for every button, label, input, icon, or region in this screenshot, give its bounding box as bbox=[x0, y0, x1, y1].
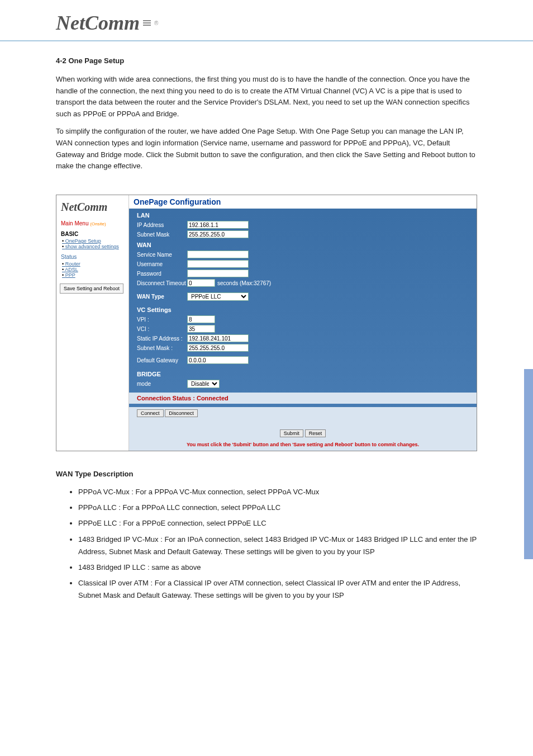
static-ip-input[interactable] bbox=[187, 334, 249, 342]
site-label: (Onsite) bbox=[90, 221, 106, 226]
subnet-mask-input[interactable] bbox=[187, 230, 249, 238]
side-tab bbox=[524, 369, 533, 559]
default-gateway-input[interactable] bbox=[187, 356, 249, 364]
save-reboot-button[interactable]: Save Setting and Reboot bbox=[60, 284, 123, 294]
connect-button[interactable]: Connect bbox=[137, 409, 164, 417]
password-label: Password bbox=[137, 271, 187, 277]
timeout-suffix: seconds (Max:32767) bbox=[217, 280, 271, 286]
wan-type-select[interactable]: PPPoE LLC bbox=[187, 292, 249, 301]
service-name-input[interactable] bbox=[187, 251, 249, 258]
ip-address-input[interactable] bbox=[187, 221, 249, 229]
lan-heading: LAN bbox=[137, 212, 469, 219]
router-link[interactable]: Router bbox=[62, 261, 129, 267]
sidebar-logo: NetComm bbox=[56, 199, 129, 219]
bridge-heading: BRIDGE bbox=[137, 371, 469, 377]
connection-status: Connection Status : Connected bbox=[129, 393, 477, 404]
disconnect-timeout-label: Disconnect Timeout bbox=[137, 280, 187, 286]
vpi-input[interactable] bbox=[187, 315, 215, 323]
basic-heading: BASIC bbox=[56, 230, 129, 238]
bridge-mode-label: mode bbox=[137, 381, 187, 387]
wan-heading: WAN bbox=[137, 242, 469, 248]
registered-icon: ® bbox=[154, 20, 158, 26]
wan-type-label: WAN Type bbox=[137, 294, 187, 300]
username-input[interactable] bbox=[187, 260, 249, 268]
wan-type-list: PPPoA VC-Mux : For a PPPoA VC-Mux connec… bbox=[78, 486, 477, 602]
intro-p2: To simplify the configuration of the rou… bbox=[56, 126, 477, 172]
disconnect-button[interactable]: Disconnect bbox=[165, 409, 198, 417]
ppp-link[interactable]: PPP bbox=[62, 272, 129, 278]
intro-section: 4-2 One Page Setup When working with wid… bbox=[0, 50, 533, 195]
service-name-label: Service Name bbox=[137, 252, 187, 258]
show-advanced-link[interactable]: show advanced settings bbox=[62, 244, 129, 249]
password-input[interactable] bbox=[187, 270, 249, 277]
list-item: Classical IP over ATM : For a Classical … bbox=[78, 577, 477, 602]
post-heading: WAN Type Description bbox=[56, 468, 477, 480]
config-title: OnePage Configuration bbox=[129, 195, 477, 209]
submit-button[interactable]: Submit bbox=[280, 429, 303, 437]
config-screenshot: ^ v NetComm Main Menu (Onsite) BASIC One… bbox=[56, 195, 477, 451]
vpi-label: VPI : bbox=[137, 316, 187, 323]
vc-heading: VC Settings bbox=[137, 306, 469, 313]
list-item: 1483 Bridged IP LLC : same as above bbox=[78, 561, 477, 574]
logo-dash-icon bbox=[143, 20, 151, 26]
vc-subnet-mask-label: Subnet Mask : bbox=[137, 345, 187, 351]
page-header: NetComm ® bbox=[0, 0, 533, 41]
subnet-mask-label: Subnet Mask bbox=[137, 231, 187, 238]
username-label: Username bbox=[137, 261, 187, 267]
list-item: PPPoE LLC : For a PPPoE connection, sele… bbox=[78, 517, 477, 530]
adsl-link[interactable]: ADSL bbox=[62, 267, 129, 272]
intro-heading: 4-2 One Page Setup bbox=[56, 55, 477, 67]
list-item: 1483 Bridged IP VC-Mux : For an IPoA con… bbox=[78, 533, 477, 558]
post-section: WAN Type Description PPPoA VC-Mux : For … bbox=[0, 468, 533, 622]
onepage-setup-link[interactable]: OnePage Setup bbox=[62, 238, 129, 244]
list-item: PPPoA VC-Mux : For a PPPoA VC-Mux connec… bbox=[78, 486, 477, 498]
disconnect-timeout-input[interactable] bbox=[187, 279, 215, 287]
config-panel: OnePage Configuration LAN IP Address Sub… bbox=[129, 195, 477, 451]
default-gateway-label: Default Gateway bbox=[137, 357, 187, 363]
vci-label: VCI : bbox=[137, 326, 187, 332]
static-ip-label: Static IP Address : bbox=[137, 336, 187, 342]
ip-address-label: IP Address bbox=[137, 222, 187, 228]
list-item: PPPoA LLC : For a PPPoA LLC connection, … bbox=[78, 502, 477, 514]
intro-p1: When working with wide area connections,… bbox=[56, 74, 477, 120]
reset-button[interactable]: Reset bbox=[305, 429, 326, 437]
commit-warning: You must click the 'Submit' button and t… bbox=[129, 440, 477, 451]
main-menu-label: Main Menu bbox=[61, 220, 88, 226]
bridge-mode-select[interactable]: Disabled bbox=[187, 380, 220, 388]
brand-logo: NetComm bbox=[56, 11, 140, 35]
vc-subnet-mask-input[interactable] bbox=[187, 344, 249, 352]
sidebar: NetComm Main Menu (Onsite) BASIC OnePage… bbox=[56, 195, 129, 451]
vci-input[interactable] bbox=[187, 325, 215, 333]
status-heading: Status bbox=[56, 253, 129, 261]
